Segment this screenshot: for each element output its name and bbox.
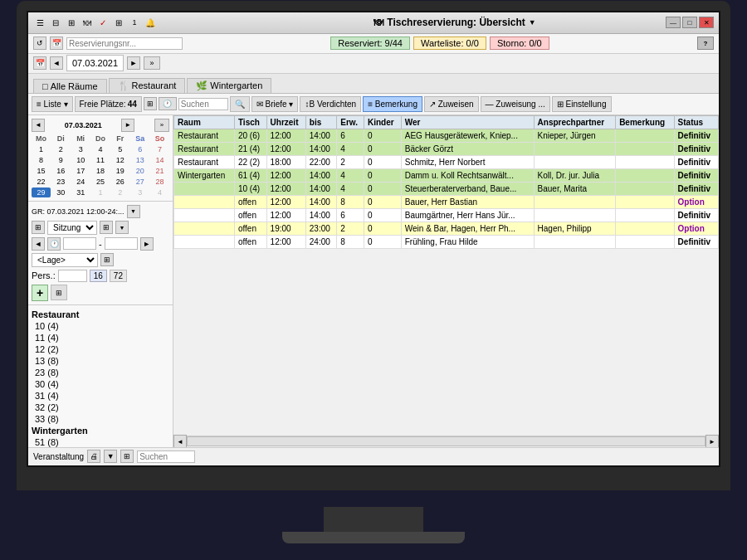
cal-date[interactable]: 1 [32, 144, 51, 154]
lage-select[interactable]: <Lage> [32, 253, 98, 267]
cal-date[interactable]: 18 [91, 166, 110, 176]
search-icon-btn[interactable]: 🔍 [230, 96, 250, 112]
cal-date[interactable]: 11 [91, 155, 110, 165]
view-icon[interactable]: ⊞ [32, 221, 45, 234]
cal-date[interactable]: 4 [150, 187, 169, 197]
data-table-container[interactable]: Raum Tisch Uhrzeit bis Erw. Kinder Wer A… [173, 115, 719, 436]
cal-date[interactable]: 17 [71, 166, 90, 176]
export-button[interactable]: ▼ [104, 450, 117, 463]
cal-date[interactable]: 14 [150, 155, 169, 165]
cal-prev-button[interactable]: ◄ [32, 119, 45, 132]
table-row[interactable]: Restaurant 22 (2) 18:00 22:00 2 0 Schmit… [174, 155, 719, 168]
cal-date[interactable]: 2 [110, 187, 129, 197]
sitzung-select[interactable]: Sitzung [47, 221, 97, 235]
cal-date[interactable]: 4 [91, 144, 110, 154]
table-row[interactable]: Restaurant 20 (6) 12:00 14:00 6 0 AEG Ha… [174, 129, 719, 142]
table-row[interactable]: offen 12:00 24:00 8 0 Frühling, Frau Hil… [174, 235, 719, 248]
cal-date[interactable]: 26 [110, 177, 129, 187]
cal-jump-button[interactable]: » [154, 119, 169, 132]
tree-item-11[interactable]: 11 (4) [32, 332, 169, 343]
zuweisen-button[interactable]: ↗ Zuweisen [424, 96, 479, 112]
cal-date[interactable]: 30 [51, 187, 71, 197]
calendar-small-icon[interactable]: 📅 [33, 56, 46, 70]
table-search-input[interactable] [178, 98, 228, 110]
gr-dropdown[interactable]: ▼ [127, 205, 140, 218]
reservation-search-input[interactable] [66, 37, 183, 50]
horizontal-scrollbar[interactable] [187, 436, 706, 446]
minimize-button[interactable]: — [666, 17, 681, 28]
cal-date[interactable]: 2 [51, 144, 71, 154]
tree-item-13[interactable]: 13 (8) [32, 355, 169, 367]
grid-view-button[interactable]: ⊞ [120, 450, 134, 463]
grid-icon[interactable]: ⊞ [112, 16, 125, 29]
tree-item-32[interactable]: 32 (2) [32, 402, 169, 413]
cal-date[interactable]: 1 [91, 187, 110, 197]
close-button[interactable]: ✕ [699, 17, 714, 28]
cal-date[interactable]: 24 [71, 177, 90, 187]
current-date[interactable]: 07.03.2021 [66, 55, 124, 71]
time-from-input[interactable]: 12:00 [63, 237, 96, 250]
cal-date[interactable]: 16 [51, 166, 71, 176]
calendar-button[interactable]: 📅 [50, 37, 63, 50]
tree-item-12[interactable]: 12 (2) [32, 343, 169, 355]
cal-date[interactable]: 5 [110, 144, 129, 154]
cal-date[interactable]: 28 [150, 177, 169, 187]
freie-plaetze-button[interactable]: Freie Plätze: 44 [75, 96, 142, 112]
time-to-input[interactable]: 24:00 [105, 237, 138, 250]
cal-next-button[interactable]: ► [121, 119, 134, 132]
table-row[interactable]: 10 (4) 12:00 14:00 4 0 Steuerberaterverb… [174, 182, 719, 195]
prev-date-button[interactable]: ◄ [50, 56, 63, 70]
pers-input[interactable] [58, 270, 87, 282]
time-next-button[interactable]: ► [140, 237, 154, 251]
verdichten-button[interactable]: ↕B Verdichten [300, 96, 361, 112]
cal-date[interactable]: 25 [91, 177, 110, 187]
check-icon[interactable]: ✓ [96, 16, 110, 29]
list-view-button[interactable]: ≡ Liste ▾ [32, 96, 73, 112]
clock-button[interactable]: 🕐 [159, 97, 177, 110]
copy-icon[interactable]: ⊞ [65, 16, 78, 29]
add-button[interactable]: + [32, 285, 48, 301]
table-row[interactable]: offen 12:00 14:00 6 0 Baumgärtner, Herr … [174, 208, 719, 222]
tree-item-33[interactable]: 33 (8) [32, 413, 169, 425]
scroll-left-button[interactable]: ◄ [173, 435, 187, 447]
tree-item-10[interactable]: 10 (4) [32, 320, 169, 332]
tab-wintergarten[interactable]: 🌿 Wintergarten [187, 78, 271, 93]
table-row[interactable]: Restaurant 21 (4) 12:00 14:00 4 0 Bäcker… [174, 142, 719, 155]
cal-date[interactable]: 27 [130, 177, 149, 187]
cal-date[interactable]: 3 [130, 187, 149, 197]
tree-item-30[interactable]: 30 (4) [32, 378, 169, 390]
cal-date-today[interactable]: 29 [32, 187, 51, 197]
cal-date[interactable]: 12 [110, 155, 129, 165]
cal-date[interactable]: 10 [71, 155, 90, 165]
lage-config-icon[interactable]: ⊞ [100, 253, 114, 266]
cal-date[interactable]: 31 [71, 187, 90, 197]
tab-alle-raeume[interactable]: □ Alle Räume [33, 79, 107, 93]
title-dropdown-icon[interactable]: ▼ [529, 18, 536, 27]
cal-date[interactable]: 15 [32, 166, 51, 176]
briefe-button[interactable]: ✉ Briefe ▾ [251, 96, 299, 112]
table-row[interactable]: offen 19:00 23:00 2 0 Wein & Bar, Hagen,… [174, 222, 719, 235]
table-row[interactable]: Wintergarten 61 (4) 12:00 14:00 4 0 Damm… [174, 168, 719, 182]
cal-date[interactable]: 3 [71, 144, 90, 154]
einstellung-button[interactable]: ⊞ Einstellung [552, 96, 612, 112]
cal-date[interactable]: 23 [51, 177, 71, 187]
cal-date[interactable]: 7 [150, 144, 169, 154]
freie-icon-button[interactable]: ⊞ [144, 97, 157, 110]
cal-date[interactable]: 22 [32, 177, 51, 187]
next-date-button[interactable]: ► [127, 56, 140, 70]
cal-date[interactable]: 6 [130, 144, 149, 154]
cal-date[interactable]: 19 [110, 166, 129, 176]
sitzung-config-icon[interactable]: ⊞ [100, 221, 113, 234]
table-row[interactable]: offen 12:00 14:00 8 0 Bauer, Herr Bastia… [174, 195, 719, 208]
cal-date[interactable]: 9 [51, 155, 71, 165]
print-button[interactable]: 🖨 [87, 450, 100, 463]
maximize-button[interactable]: □ [682, 17, 697, 28]
cal-date[interactable]: 8 [32, 155, 51, 165]
scroll-right-button[interactable]: ► [706, 435, 719, 447]
bemerkung-button[interactable]: ≡ Bemerkung [363, 96, 422, 112]
time-prev-button[interactable]: ◄ [32, 237, 45, 251]
tree-item-51[interactable]: 51 (8) [32, 436, 169, 447]
restore-icon[interactable]: ⊟ [49, 16, 62, 29]
jump-button[interactable]: » [144, 56, 160, 70]
refresh-button[interactable]: ↺ [33, 37, 46, 50]
